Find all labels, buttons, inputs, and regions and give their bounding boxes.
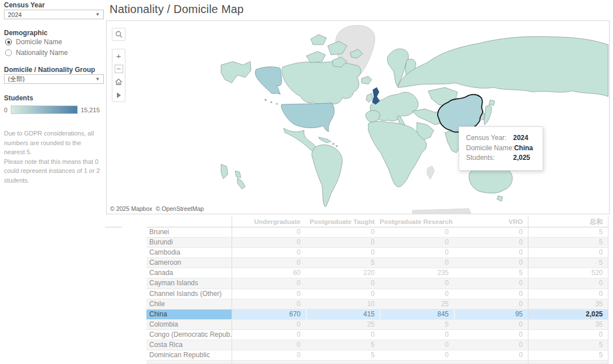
- column-header-1[interactable]: Undergraduate: [232, 217, 306, 227]
- cell-value[interactable]: 0: [454, 238, 528, 247]
- cell-value[interactable]: 0: [528, 248, 608, 257]
- column-header-3[interactable]: Postgraduate Research: [380, 217, 454, 227]
- cell-value[interactable]: 35: [528, 320, 608, 329]
- cell-value[interactable]: 10: [306, 299, 380, 309]
- cell-value[interactable]: 5: [528, 258, 608, 268]
- cell-value[interactable]: 5: [380, 320, 454, 329]
- cell-value[interactable]: 0: [454, 289, 528, 299]
- cell-value[interactable]: 0: [232, 320, 306, 329]
- cell-value[interactable]: 235: [380, 268, 454, 278]
- cell-value[interactable]: 520: [528, 268, 608, 278]
- table-row-congo-democratic-repub[interactable]: Congo (Democratic Repub..00000: [146, 330, 608, 340]
- cell-value[interactable]: 0: [454, 248, 528, 257]
- row-label[interactable]: Dominican Republic: [146, 350, 232, 360]
- radio-nationality-name[interactable]: Nationality Name: [5, 49, 68, 57]
- cell-value[interactable]: 0: [380, 248, 454, 257]
- cell-value[interactable]: 0: [232, 278, 306, 288]
- cell-value[interactable]: 0: [232, 227, 306, 237]
- row-label[interactable]: Congo (Democratic Repub..: [146, 330, 232, 340]
- table-row-cambodia[interactable]: Cambodia00000: [146, 248, 608, 258]
- cell-value[interactable]: 2,025: [528, 310, 608, 319]
- row-label[interactable]: Burundi: [146, 238, 232, 247]
- table-row-canada[interactable]: Canada602202355520: [146, 268, 608, 278]
- group-dropdown[interactable]: (全部) ▼: [4, 74, 104, 84]
- cell-value[interactable]: 670: [232, 310, 306, 319]
- cell-value[interactable]: 0: [454, 350, 528, 360]
- cell-value[interactable]: 0: [380, 227, 454, 237]
- zoom-home-button[interactable]: [112, 75, 125, 88]
- cell-value[interactable]: 0: [380, 330, 454, 340]
- cell-value[interactable]: 0: [380, 258, 454, 268]
- cell-value[interactable]: 0: [380, 278, 454, 288]
- cell-value[interactable]: 5: [306, 350, 380, 360]
- cell-value[interactable]: 0: [232, 238, 306, 247]
- cell-value[interactable]: 0: [306, 278, 380, 288]
- row-label[interactable]: Cameroon: [146, 258, 232, 268]
- cell-value[interactable]: 0: [232, 248, 306, 257]
- cell-value[interactable]: 0: [232, 330, 306, 340]
- row-label[interactable]: Cambodia: [146, 248, 232, 257]
- cell-value[interactable]: 5: [528, 350, 608, 360]
- row-label[interactable]: Canada: [146, 268, 232, 278]
- cell-value[interactable]: 0: [380, 350, 454, 360]
- cell-value[interactable]: 0: [232, 340, 306, 350]
- cell-value[interactable]: 0: [528, 330, 608, 340]
- cell-value[interactable]: 60: [232, 268, 306, 278]
- cell-value[interactable]: 0: [306, 238, 380, 247]
- mapbox-attribution-link[interactable]: © 2025 Mapbox: [110, 205, 152, 212]
- cell-value[interactable]: 0: [380, 340, 454, 350]
- radio-domicile-name[interactable]: Domicile Name: [5, 38, 62, 46]
- column-header-4[interactable]: VRO: [454, 217, 528, 227]
- cell-value[interactable]: 415: [306, 310, 380, 319]
- cell-value[interactable]: 0: [306, 248, 380, 257]
- column-header-5[interactable]: 总和: [528, 217, 608, 227]
- cell-value[interactable]: 0: [528, 289, 608, 299]
- osm-attribution-link[interactable]: © OpenStreetMap: [156, 205, 204, 212]
- cell-value[interactable]: 0: [232, 258, 306, 268]
- row-label[interactable]: Channel Islands (Other): [146, 289, 232, 299]
- table-row-costa-rica[interactable]: Costa Rica05005: [146, 340, 608, 350]
- row-label[interactable]: Colombia: [146, 320, 232, 329]
- row-label[interactable]: Brunei: [146, 227, 232, 237]
- row-label[interactable]: Costa Rica: [146, 340, 232, 350]
- map-landmasses[interactable]: [221, 35, 608, 207]
- cell-value[interactable]: 95: [454, 310, 528, 319]
- cell-value[interactable]: 5: [454, 268, 528, 278]
- cell-value[interactable]: 220: [306, 268, 380, 278]
- table-row-brunei[interactable]: Brunei00005: [146, 227, 608, 238]
- cell-value[interactable]: 5: [306, 340, 380, 350]
- table-row-burundi[interactable]: Burundi00005: [146, 238, 608, 248]
- cell-value[interactable]: 5: [306, 258, 380, 268]
- table-row-cameroon[interactable]: Cameroon05005: [146, 258, 608, 268]
- cell-value[interactable]: 35: [528, 299, 608, 309]
- row-label[interactable]: Cayman Islands: [146, 278, 232, 288]
- cell-value[interactable]: 0: [454, 320, 528, 329]
- cell-value[interactable]: 0: [454, 340, 528, 350]
- cell-value[interactable]: 0: [454, 227, 528, 237]
- cell-value[interactable]: 0: [528, 278, 608, 288]
- world-map[interactable]: [107, 21, 609, 214]
- cell-value[interactable]: 0: [232, 299, 306, 309]
- legend-gradient-bar[interactable]: [11, 105, 78, 114]
- zoom-out-button[interactable]: −: [112, 62, 125, 75]
- table-row-channel-islands-other[interactable]: Channel Islands (Other)00000: [146, 289, 608, 299]
- cell-value[interactable]: 0: [380, 289, 454, 299]
- cell-value[interactable]: 0: [306, 330, 380, 340]
- table-row-dominican-republic[interactable]: Dominican Republic05005: [146, 350, 608, 361]
- table-row-china[interactable]: China670415845952,025: [146, 310, 608, 320]
- cell-value[interactable]: 0: [380, 238, 454, 247]
- cell-value[interactable]: 845: [380, 310, 454, 319]
- map-pan-flyout-button[interactable]: [112, 88, 125, 101]
- table-row-cayman-islands[interactable]: Cayman Islands00000: [146, 278, 608, 289]
- country-united-kingdom[interactable]: [372, 87, 380, 104]
- cell-value[interactable]: 0: [232, 289, 306, 299]
- cell-value[interactable]: 5: [528, 227, 608, 237]
- cell-value[interactable]: 0: [454, 278, 528, 288]
- census-year-dropdown[interactable]: 2024 ▼: [4, 10, 104, 19]
- cell-value[interactable]: 0: [232, 350, 306, 360]
- zoom-in-button[interactable]: +: [112, 49, 125, 62]
- cell-value[interactable]: 25: [380, 299, 454, 309]
- cell-value[interactable]: 0: [306, 227, 380, 237]
- cell-value[interactable]: 25: [306, 320, 380, 329]
- row-label[interactable]: China: [146, 310, 232, 319]
